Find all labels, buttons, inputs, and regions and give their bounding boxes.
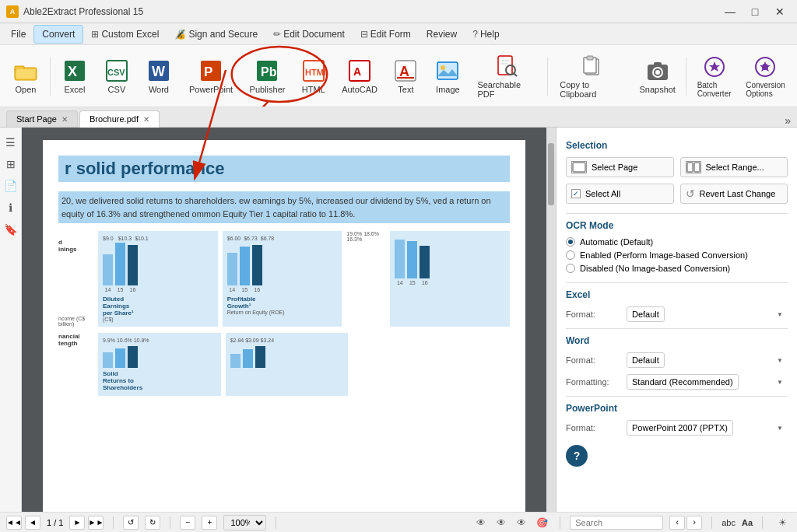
ppt-section-title: PowerPoint	[566, 403, 788, 414]
tab-start-page[interactable]: Start Page ✕	[6, 110, 78, 127]
ocr-disabled-option[interactable]: Disabled (No Image-based Conversion)	[566, 264, 788, 273]
powerpoint-button[interactable]: P PowerPoint	[181, 50, 241, 103]
csv-button[interactable]: CSV CSV	[97, 50, 136, 103]
tab-brochure[interactable]: Brochure.pdf ✕	[79, 110, 160, 128]
minimize-button[interactable]: —	[719, 4, 741, 19]
ocr-disabled-radio[interactable]	[566, 264, 575, 273]
sidebar-bookmark-icon[interactable]: 🔖	[2, 221, 19, 238]
conversion-options-button[interactable]: ConversionOptions	[740, 50, 791, 103]
excel-format-row: Format: Default	[566, 306, 788, 322]
word-formatting-label: Formatting:	[566, 377, 620, 387]
word-format-select-wrapper: Default	[627, 352, 788, 368]
image-button[interactable]: Image	[428, 50, 467, 103]
menu-sign-secure[interactable]: 🔏Sign and Secure	[167, 26, 265, 43]
view-normal-icon[interactable]: 👁	[472, 516, 490, 530]
chart-diluted-earnings: $9.0$10.3$10.1 14 15 16 DilutedEarni	[98, 231, 218, 327]
zoom-out-btn[interactable]: −	[180, 516, 195, 530]
svg-rect-33	[654, 62, 662, 66]
ppt-section: PowerPoint Format: PowerPoint 2007 (PPTX…	[566, 403, 788, 436]
pdf-body: 20, we delivered solid returns to shareh…	[58, 191, 510, 223]
prev-page-btn[interactable]: ◄	[25, 516, 40, 530]
ocr-enabled-option[interactable]: Enabled (Perform Image-based Conversion)	[566, 250, 788, 260]
select-all-icon: ✓	[571, 189, 581, 198]
searchable-pdf-button[interactable]: Searchable PDF	[470, 50, 542, 103]
autocad-button[interactable]: A AutoCAD	[336, 50, 384, 103]
text-button[interactable]: A Text	[386, 50, 425, 103]
sidebar-cursor-icon[interactable]: ☰	[2, 134, 19, 151]
menu-custom-excel[interactable]: ⊞Custom Excel	[83, 26, 167, 43]
last-page-btn[interactable]: ►►	[88, 516, 104, 530]
excel-button[interactable]: X Excel	[55, 50, 94, 103]
excel-format-select-wrapper: Default	[627, 306, 788, 322]
ocr-enabled-radio[interactable]	[566, 250, 575, 260]
help-button[interactable]: ?	[566, 445, 588, 467]
ocr-title: OCR Mode	[566, 220, 788, 231]
search-next-btn[interactable]: ›	[686, 516, 702, 530]
view-extra-icon[interactable]: 🎯	[533, 516, 550, 530]
zoom-select[interactable]: 100% 75% 125% 150%	[223, 515, 266, 530]
tab-start-page-close[interactable]: ✕	[61, 115, 68, 124]
menu-help[interactable]: ?Help	[465, 26, 507, 43]
app-icon: A	[6, 5, 19, 18]
sidebar-page-icon[interactable]: 📄	[2, 177, 19, 194]
tab-brochure-close[interactable]: ✕	[143, 115, 149, 124]
pdf-scroll-thumb[interactable]	[548, 143, 554, 205]
ppt-format-select[interactable]: PowerPoint 2007 (PPTX)	[627, 420, 733, 436]
batch-converter-button[interactable]: BatchConverter	[691, 50, 737, 103]
rotate-left-btn[interactable]: ↺	[123, 516, 139, 530]
revert-button[interactable]: ↺ Revert Last Change	[680, 184, 788, 204]
chart-pct-labels: 19.0% 18.6% 16.3%	[346, 231, 385, 327]
rotate-right-btn[interactable]: ↻	[145, 516, 160, 530]
snapshot-button[interactable]: Snapshot	[634, 50, 681, 103]
pdf-scrollbar[interactable]	[546, 128, 556, 512]
svg-line-38	[248, 102, 268, 107]
open-button[interactable]: Open	[6, 50, 45, 103]
first-page-btn[interactable]: ◄◄	[6, 516, 22, 530]
status-bar: ◄◄ ◄ 1 / 1 ► ►► ↺ ↻ − + 100% 75% 125% 15…	[0, 512, 797, 532]
page-info: 1 / 1	[47, 518, 63, 527]
word-formatting-row: Formatting: Standard (Recommended)	[566, 374, 788, 390]
copy-clipboard-icon	[579, 54, 604, 79]
toolbar: Open X Excel CSV CSV W Word	[0, 45, 797, 107]
page-nav: ◄◄ ◄ 1 / 1 ► ►►	[6, 516, 104, 530]
sidebar-info-icon[interactable]: ℹ	[2, 199, 19, 216]
html-button[interactable]: HTML HTML	[294, 50, 333, 103]
excel-format-label: Format:	[566, 310, 620, 319]
app-title: Able2Extract Professional 15	[23, 6, 719, 17]
excel-format-select[interactable]: Default	[627, 306, 665, 322]
excel-section-title: Excel	[566, 289, 788, 300]
menu-convert[interactable]: Convert	[33, 25, 83, 44]
word-button[interactable]: W Word	[139, 50, 178, 103]
word-formatting-select[interactable]: Standard (Recommended)	[627, 374, 739, 390]
search-input[interactable]	[570, 516, 663, 530]
menu-edit-form[interactable]: ⊟Edit Form	[353, 26, 419, 43]
zoom-in-btn[interactable]: +	[202, 516, 217, 530]
view-compare-icon[interactable]: 👁	[493, 516, 510, 530]
copy-clipboard-button[interactable]: Copy to Clipboard	[553, 50, 630, 103]
sidebar-grid-icon[interactable]: ⊞	[2, 156, 19, 173]
word-format-select[interactable]: Default	[627, 352, 665, 368]
tab-expand-btn[interactable]: »	[785, 114, 791, 127]
status-sep-3	[276, 516, 276, 529]
select-range-button[interactable]: Select Range...	[680, 157, 788, 177]
maximize-button[interactable]: □	[744, 4, 766, 19]
search-prev-btn[interactable]: ‹	[669, 516, 685, 530]
settings-icon[interactable]: ☀	[774, 516, 791, 530]
select-page-button[interactable]: Select Page	[566, 157, 674, 177]
ppt-format-select-wrapper: PowerPoint 2007 (PPTX)	[627, 420, 788, 436]
toolbar-sep-2	[547, 57, 548, 96]
close-button[interactable]: ✕	[769, 4, 791, 19]
selection-title: Selection	[566, 140, 788, 151]
menu-review[interactable]: Review	[419, 26, 465, 43]
select-all-button[interactable]: ✓ Select All	[566, 184, 674, 204]
menu-file[interactable]: File	[3, 26, 33, 43]
ocr-automatic-radio[interactable]	[566, 237, 575, 247]
next-page-btn[interactable]: ►	[69, 516, 85, 530]
view-split-icon[interactable]: 👁	[513, 516, 530, 530]
conversion-options-icon	[753, 54, 778, 79]
open-icon	[13, 58, 38, 83]
ocr-automatic-option[interactable]: Automatic (Default)	[566, 237, 788, 247]
menu-edit-document[interactable]: ✏Edit Document	[265, 26, 353, 43]
publisher-button[interactable]: Pb Publisher	[244, 50, 291, 103]
word-format-row: Format: Default	[566, 352, 788, 368]
